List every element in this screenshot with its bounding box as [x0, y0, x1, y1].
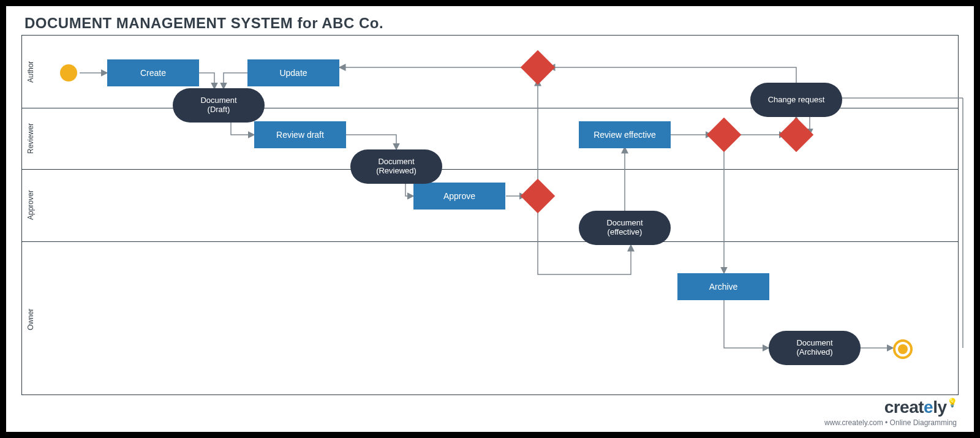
object-document-effective: Document (effective)	[579, 211, 671, 245]
object-document-archived: Document (Archived)	[769, 331, 861, 365]
activity-archive: Archive	[677, 273, 769, 300]
decision-approver	[526, 184, 550, 208]
decision-author	[526, 55, 550, 80]
text: Document	[796, 339, 832, 348]
text: Document	[378, 157, 414, 167]
end-node	[893, 339, 913, 359]
lane-label-author: Author	[22, 36, 39, 108]
activity-create: Create	[107, 59, 199, 86]
footer-tagline: www.creately.com • Online Diagramming	[824, 418, 957, 427]
text: Document	[200, 96, 236, 105]
lane-divider	[21, 169, 959, 170]
decision-reviewer-a	[712, 123, 736, 147]
text: Change request	[768, 96, 825, 105]
start-node	[60, 64, 77, 81]
activity-change-request: Change request	[750, 83, 842, 117]
lane-label-owner: Owner	[22, 242, 39, 396]
lane-label-reviewer: Reviewer	[22, 108, 39, 168]
diagram-title: DOCUMENT MANAGEMENT SYSTEM for ABC Co.	[24, 15, 383, 32]
text: (Draft)	[208, 105, 230, 115]
text: (Reviewed)	[376, 167, 417, 176]
creately-logo: creately💡	[884, 398, 957, 417]
object-document-draft: Document (Draft)	[173, 88, 265, 123]
activity-approve: Approve	[413, 183, 505, 210]
activity-review-effective: Review effective	[579, 121, 671, 148]
text: Document	[606, 219, 643, 228]
text: (effective)	[608, 228, 643, 237]
activity-update: Update	[247, 59, 339, 86]
lane-label-approver: Approver	[22, 170, 39, 241]
decision-reviewer-b	[784, 123, 809, 147]
lane-divider	[21, 241, 959, 242]
object-document-reviewed: Document (Reviewed)	[350, 149, 442, 184]
activity-review-draft: Review draft	[254, 121, 346, 148]
text: (Archived)	[796, 348, 832, 357]
